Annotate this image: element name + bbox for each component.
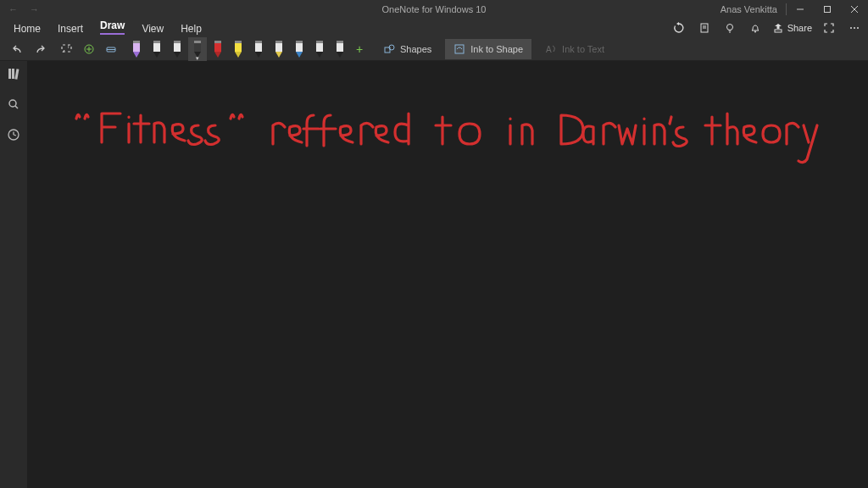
fullscreen-icon[interactable] (821, 19, 837, 36)
redo-button[interactable] (29, 38, 51, 60)
ink-to-text-icon: A (545, 43, 557, 55)
drawing-canvas[interactable] (27, 61, 868, 488)
ink-to-text-button: A Ink to Text (537, 39, 613, 59)
shapes-label: Shapes (400, 44, 431, 54)
svg-rect-37 (235, 43, 242, 52)
recent-icon[interactable] (6, 127, 21, 142)
handwritten-ink (70, 103, 832, 205)
svg-rect-30 (194, 41, 201, 43)
sync-icon[interactable] (670, 19, 687, 36)
pen-dark[interactable] (188, 37, 207, 61)
svg-marker-29 (174, 52, 181, 58)
pen-blue-tip[interactable] (290, 37, 309, 61)
svg-marker-35 (214, 52, 221, 58)
svg-rect-21 (133, 41, 140, 43)
svg-rect-1 (825, 7, 831, 13)
pen-gallery (127, 37, 349, 61)
maximize-button[interactable] (814, 0, 841, 19)
share-button[interactable]: Share (772, 22, 812, 34)
ink-to-shape-label: Ink to Shape (470, 44, 523, 54)
pen-black[interactable] (147, 37, 166, 61)
svg-rect-60 (14, 69, 19, 79)
svg-point-10 (754, 31, 756, 33)
svg-rect-25 (153, 43, 160, 52)
title-bar: ← → OneNote for Windows 10 Anas Venkitta (0, 0, 868, 19)
shapes-button[interactable]: Shapes (375, 39, 440, 59)
header-actions: Share (670, 19, 863, 37)
ribbon-toolbar: I + Shapes Ink to Shape A Ink to Text (0, 37, 868, 61)
minimize-icon (796, 5, 804, 14)
svg-line-62 (15, 106, 18, 108)
svg-marker-44 (275, 52, 282, 58)
svg-rect-11 (775, 30, 782, 32)
pen-purple[interactable] (127, 37, 146, 61)
svg-rect-46 (296, 43, 303, 52)
svg-marker-41 (255, 52, 262, 58)
tab-draw[interactable]: Draw (92, 17, 133, 37)
pen-yellow-tip[interactable] (270, 37, 288, 61)
ink-to-text-label: Ink to Text (562, 44, 604, 54)
svg-rect-56 (455, 45, 464, 53)
svg-line-65 (14, 135, 16, 136)
ink-to-shape-icon (453, 43, 465, 55)
notebooks-icon[interactable] (6, 66, 21, 81)
window-title: OneNote for Windows 10 (382, 4, 487, 14)
page-icon[interactable] (696, 19, 713, 36)
svg-rect-49 (316, 43, 323, 52)
highlighter-yellow[interactable] (229, 37, 248, 61)
svg-point-13 (854, 27, 855, 29)
svg-rect-58 (8, 69, 11, 79)
svg-rect-28 (174, 43, 181, 52)
svg-rect-31 (194, 43, 201, 52)
pen-8[interactable] (331, 37, 349, 61)
pen-black-thin[interactable] (168, 37, 186, 61)
svg-rect-52 (337, 43, 343, 52)
bell-icon[interactable] (747, 19, 764, 36)
tab-help[interactable]: Help (172, 20, 210, 37)
left-rail (0, 61, 27, 488)
undo-button[interactable] (7, 38, 29, 60)
svg-rect-42 (275, 41, 282, 43)
forward-button[interactable]: → (30, 4, 39, 14)
back-button[interactable]: ← (8, 4, 18, 14)
add-pen-button[interactable]: + (349, 37, 370, 61)
tab-view[interactable]: View (133, 20, 172, 37)
svg-marker-53 (337, 52, 343, 58)
close-button[interactable] (841, 0, 868, 19)
tab-home[interactable]: Home (5, 20, 49, 37)
pen-red[interactable] (209, 37, 227, 61)
close-icon (850, 5, 859, 14)
pen-7[interactable] (310, 37, 329, 61)
search-rail-icon[interactable] (6, 97, 21, 112)
svg-rect-45 (296, 41, 303, 43)
svg-marker-32 (194, 52, 201, 58)
ink-to-shape-button[interactable]: Ink to Shape (445, 39, 531, 59)
svg-rect-39 (255, 41, 262, 43)
svg-marker-23 (133, 52, 140, 58)
insert-space-button[interactable] (78, 38, 100, 60)
user-name[interactable]: Anas Venkitta (712, 3, 787, 15)
svg-marker-38 (235, 52, 242, 58)
tab-insert[interactable]: Insert (49, 20, 92, 37)
svg-point-61 (9, 100, 16, 107)
svg-point-7 (726, 25, 732, 30)
lightbulb-icon[interactable] (721, 19, 738, 36)
share-label: Share (787, 23, 812, 33)
svg-rect-22 (133, 43, 140, 52)
minimize-button[interactable] (787, 0, 814, 19)
svg-rect-59 (12, 69, 14, 79)
svg-marker-47 (296, 52, 303, 58)
more-icon[interactable] (846, 19, 863, 36)
svg-rect-51 (337, 41, 343, 43)
maximize-icon (823, 5, 832, 14)
pen-4[interactable] (249, 37, 268, 61)
svg-rect-36 (235, 41, 242, 43)
lasso-select-button[interactable]: I (56, 38, 78, 60)
svg-rect-34 (214, 43, 221, 52)
eraser-button[interactable] (100, 38, 122, 60)
svg-rect-33 (214, 41, 221, 43)
svg-text:A: A (546, 45, 552, 54)
share-icon (772, 22, 784, 34)
svg-rect-24 (153, 41, 160, 43)
svg-point-12 (850, 27, 852, 29)
